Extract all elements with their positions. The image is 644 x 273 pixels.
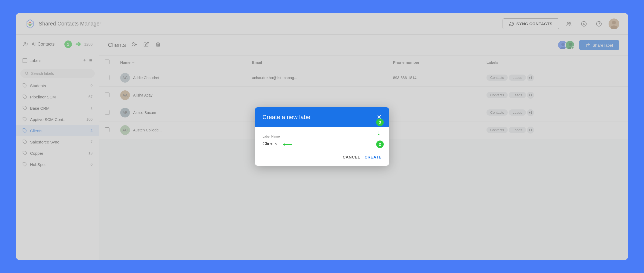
modal-title: Create a new label [262,114,312,121]
step2-badge: 2 [376,141,384,148]
create-label-modal: Create a new label ✕ Label Name ⟵ 2 3 ↓ … [255,107,389,166]
app-window: Shared Contacts Manager SYNC CONTACTS [16,13,628,260]
modal-footer: CANCEL CREATE [255,150,389,166]
modal-overlay: Create a new label ✕ Label Name ⟵ 2 3 ↓ … [16,13,628,260]
step3-arrow-icon: ↓ [377,128,381,137]
step3-badge: 3 [376,119,384,126]
modal-body: Label Name ⟵ 2 3 ↓ [255,127,389,150]
label-name-input[interactable] [262,140,382,148]
modal-create-button[interactable]: CREATE [364,155,382,159]
label-name-field-label: Label Name [262,135,382,138]
modal-header: Create a new label ✕ [255,107,389,127]
modal-input-wrap: ⟵ 2 3 ↓ [262,140,382,148]
modal-cancel-button[interactable]: CANCEL [343,155,360,159]
